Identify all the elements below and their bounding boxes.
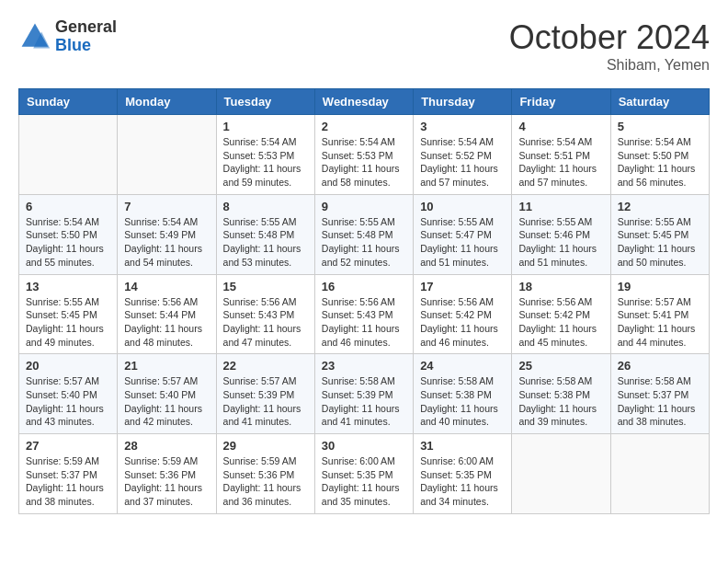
day-number: 16 (322, 280, 406, 293)
day-number: 27 (26, 439, 110, 453)
day-info: Sunrise: 5:54 AMSunset: 5:50 PMDaylight:… (618, 135, 702, 190)
calendar-cell: 30Sunrise: 6:00 AMSunset: 5:35 PMDayligh… (314, 434, 413, 514)
day-number: 4 (518, 120, 603, 133)
calendar-week-row: 20Sunrise: 5:57 AMSunset: 5:40 PMDayligh… (19, 354, 710, 434)
day-info: Sunrise: 5:55 AMSunset: 5:47 PMDaylight:… (420, 215, 505, 270)
calendar-cell: 10Sunrise: 5:55 AMSunset: 5:47 PMDayligh… (414, 194, 512, 274)
day-number: 5 (618, 120, 702, 133)
weekday-header: Sunday (19, 89, 118, 115)
day-number: 17 (420, 280, 505, 293)
day-info: Sunrise: 5:58 AMSunset: 5:38 PMDaylight:… (420, 374, 505, 429)
weekday-header: Friday (512, 89, 610, 115)
location-title: Shibam, Yemen (509, 57, 710, 74)
day-number: 14 (124, 280, 209, 293)
calendar-cell: 17Sunrise: 5:56 AMSunset: 5:42 PMDayligh… (414, 274, 512, 354)
title-block: October 2024 Shibam, Yemen (509, 18, 710, 74)
day-info: Sunrise: 5:56 AMSunset: 5:44 PMDaylight:… (124, 295, 209, 350)
logo-icon (18, 20, 51, 53)
day-info: Sunrise: 5:55 AMSunset: 5:45 PMDaylight:… (618, 215, 702, 270)
logo-blue-text: Blue (55, 37, 117, 55)
day-number: 8 (223, 200, 308, 213)
day-info: Sunrise: 5:58 AMSunset: 5:39 PMDaylight:… (322, 374, 406, 429)
day-number: 10 (420, 200, 505, 213)
calendar-week-row: 6Sunrise: 5:54 AMSunset: 5:50 PMDaylight… (19, 194, 710, 274)
day-number: 18 (518, 280, 603, 293)
calendar-cell: 19Sunrise: 5:57 AMSunset: 5:41 PMDayligh… (610, 274, 709, 354)
calendar-cell: 13Sunrise: 5:55 AMSunset: 5:45 PMDayligh… (19, 274, 118, 354)
calendar-cell: 8Sunrise: 5:55 AMSunset: 5:48 PMDaylight… (216, 194, 314, 274)
day-info: Sunrise: 5:57 AMSunset: 5:41 PMDaylight:… (618, 295, 702, 350)
day-number: 31 (420, 439, 505, 453)
day-info: Sunrise: 5:54 AMSunset: 5:50 PMDaylight:… (26, 215, 110, 270)
day-number: 26 (618, 359, 702, 373)
calendar-cell (19, 115, 118, 195)
weekday-header: Wednesday (314, 89, 413, 115)
day-number: 25 (518, 359, 603, 373)
calendar-cell: 16Sunrise: 5:56 AMSunset: 5:43 PMDayligh… (314, 274, 413, 354)
day-info: Sunrise: 5:58 AMSunset: 5:38 PMDaylight:… (518, 374, 603, 429)
day-info: Sunrise: 5:56 AMSunset: 5:43 PMDaylight:… (322, 295, 406, 350)
day-number: 28 (124, 439, 209, 453)
calendar-cell (610, 434, 709, 514)
calendar-cell: 2Sunrise: 5:54 AMSunset: 5:53 PMDaylight… (314, 115, 413, 195)
page-header: General Blue October 2024 Shibam, Yemen (18, 18, 710, 74)
calendar-cell: 14Sunrise: 5:56 AMSunset: 5:44 PMDayligh… (118, 274, 216, 354)
logo: General Blue (18, 18, 117, 55)
calendar-table: SundayMondayTuesdayWednesdayThursdayFrid… (18, 88, 710, 514)
calendar-week-row: 1Sunrise: 5:54 AMSunset: 5:53 PMDaylight… (19, 115, 710, 195)
day-number: 7 (124, 200, 209, 213)
calendar-cell: 25Sunrise: 5:58 AMSunset: 5:38 PMDayligh… (512, 354, 610, 434)
calendar-cell: 11Sunrise: 5:55 AMSunset: 5:46 PMDayligh… (512, 194, 610, 274)
day-number: 2 (322, 120, 406, 133)
day-info: Sunrise: 5:54 AMSunset: 5:53 PMDaylight:… (223, 135, 308, 190)
day-number: 19 (618, 280, 702, 293)
calendar-cell: 4Sunrise: 5:54 AMSunset: 5:51 PMDaylight… (512, 115, 610, 195)
day-info: Sunrise: 5:56 AMSunset: 5:42 PMDaylight:… (420, 295, 505, 350)
calendar-cell: 29Sunrise: 5:59 AMSunset: 5:36 PMDayligh… (216, 434, 314, 514)
day-info: Sunrise: 5:57 AMSunset: 5:40 PMDaylight:… (26, 374, 110, 429)
day-info: Sunrise: 5:56 AMSunset: 5:42 PMDaylight:… (518, 295, 603, 350)
day-info: Sunrise: 5:57 AMSunset: 5:39 PMDaylight:… (223, 374, 308, 429)
calendar-cell (118, 115, 216, 195)
calendar-cell: 5Sunrise: 5:54 AMSunset: 5:50 PMDaylight… (610, 115, 709, 195)
day-number: 13 (26, 280, 110, 293)
day-info: Sunrise: 5:55 AMSunset: 5:48 PMDaylight:… (322, 215, 406, 270)
calendar-cell: 1Sunrise: 5:54 AMSunset: 5:53 PMDaylight… (216, 115, 314, 195)
calendar-cell: 7Sunrise: 5:54 AMSunset: 5:49 PMDaylight… (118, 194, 216, 274)
calendar-cell: 12Sunrise: 5:55 AMSunset: 5:45 PMDayligh… (610, 194, 709, 274)
weekday-header: Monday (118, 89, 216, 115)
day-number: 9 (322, 200, 406, 213)
day-number: 21 (124, 359, 209, 373)
day-number: 3 (420, 120, 505, 133)
weekday-header: Tuesday (216, 89, 314, 115)
day-info: Sunrise: 6:00 AMSunset: 5:35 PMDaylight:… (420, 454, 505, 509)
calendar-cell: 27Sunrise: 5:59 AMSunset: 5:37 PMDayligh… (19, 434, 118, 514)
day-number: 24 (420, 359, 505, 373)
day-info: Sunrise: 5:56 AMSunset: 5:43 PMDaylight:… (223, 295, 308, 350)
day-number: 11 (518, 200, 603, 213)
day-info: Sunrise: 5:58 AMSunset: 5:37 PMDaylight:… (618, 374, 702, 429)
day-info: Sunrise: 5:54 AMSunset: 5:51 PMDaylight:… (518, 135, 603, 190)
day-info: Sunrise: 5:54 AMSunset: 5:53 PMDaylight:… (322, 135, 406, 190)
day-number: 22 (223, 359, 308, 373)
calendar-cell: 31Sunrise: 6:00 AMSunset: 5:35 PMDayligh… (414, 434, 512, 514)
calendar-cell: 6Sunrise: 5:54 AMSunset: 5:50 PMDaylight… (19, 194, 118, 274)
day-info: Sunrise: 5:59 AMSunset: 5:36 PMDaylight:… (223, 454, 308, 509)
day-info: Sunrise: 5:55 AMSunset: 5:46 PMDaylight:… (518, 215, 603, 270)
day-info: Sunrise: 5:59 AMSunset: 5:37 PMDaylight:… (26, 454, 110, 509)
day-info: Sunrise: 5:59 AMSunset: 5:36 PMDaylight:… (124, 454, 209, 509)
calendar-cell: 28Sunrise: 5:59 AMSunset: 5:36 PMDayligh… (118, 434, 216, 514)
day-number: 6 (26, 200, 110, 213)
day-number: 12 (618, 200, 702, 213)
day-number: 20 (26, 359, 110, 373)
day-info: Sunrise: 5:55 AMSunset: 5:48 PMDaylight:… (223, 215, 308, 270)
day-info: Sunrise: 6:00 AMSunset: 5:35 PMDaylight:… (322, 454, 406, 509)
calendar-cell: 24Sunrise: 5:58 AMSunset: 5:38 PMDayligh… (414, 354, 512, 434)
day-number: 15 (223, 280, 308, 293)
day-number: 30 (322, 439, 406, 453)
day-number: 23 (322, 359, 406, 373)
calendar-cell: 22Sunrise: 5:57 AMSunset: 5:39 PMDayligh… (216, 354, 314, 434)
weekday-header: Saturday (610, 89, 709, 115)
weekday-header: Thursday (414, 89, 512, 115)
calendar-header-row: SundayMondayTuesdayWednesdayThursdayFrid… (19, 89, 710, 115)
